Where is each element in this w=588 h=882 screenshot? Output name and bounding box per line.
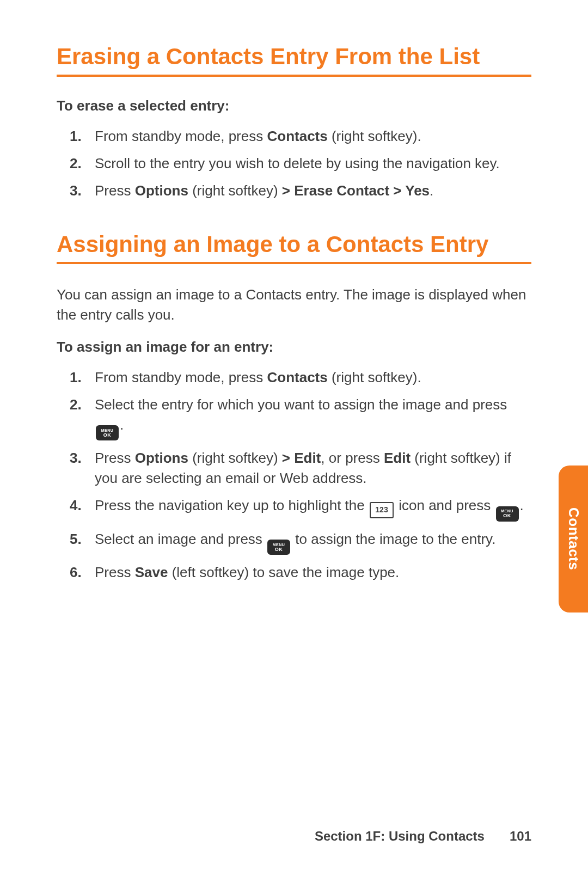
step-bold: Save bbox=[135, 564, 168, 580]
side-tab-contacts: Contacts bbox=[559, 465, 588, 612]
list-item: 2. Scroll to the entry you wish to delet… bbox=[95, 154, 531, 173]
heading-erasing: Erasing a Contacts Entry From the List bbox=[57, 42, 531, 77]
menu-ok-icon: MENUOK bbox=[96, 425, 119, 440]
step-bold: Edit bbox=[384, 450, 411, 466]
list-item: 1. From standby mode, press Contacts (ri… bbox=[95, 126, 531, 146]
list-item: 2. Select the entry for which you want t… bbox=[95, 395, 531, 440]
step-text: (right softkey). bbox=[328, 369, 421, 385]
step-text: , or press bbox=[321, 450, 384, 466]
step-number: 3. bbox=[70, 181, 82, 200]
step-bold: > Erase Contact > Yes bbox=[282, 182, 430, 199]
step-text: From standby mode, press bbox=[95, 369, 267, 385]
page-footer: Section 1F: Using Contacts101 bbox=[315, 829, 531, 844]
step-text: Press bbox=[95, 450, 135, 466]
step-text: From standby mode, press bbox=[95, 128, 267, 144]
list-item: 6. Press Save (left softkey) to save the… bbox=[95, 562, 531, 582]
step-number: 1. bbox=[70, 126, 82, 146]
step-bold: Options bbox=[135, 182, 188, 199]
step-bold: Contacts bbox=[267, 128, 327, 144]
step-text: . bbox=[120, 416, 124, 433]
step-bold: > Edit bbox=[282, 450, 321, 466]
step-text: Select the entry for which you want to a… bbox=[95, 396, 507, 413]
subhead-assign: To assign an image for an entry: bbox=[57, 339, 531, 356]
step-number: 2. bbox=[70, 395, 82, 414]
number-123-icon: 123 bbox=[370, 502, 394, 518]
subhead-erase: To erase a selected entry: bbox=[57, 97, 531, 114]
side-tab-label: Contacts bbox=[565, 507, 582, 570]
step-bold: Contacts bbox=[267, 369, 327, 385]
step-text: (right softkey) bbox=[188, 450, 282, 466]
step-text: (left softkey) to save the image type. bbox=[168, 564, 399, 580]
step-text: (right softkey). bbox=[328, 128, 421, 144]
list-item: 4. Press the navigation key up to highli… bbox=[95, 495, 531, 522]
step-number: 4. bbox=[70, 495, 82, 515]
menu-ok-icon: MENUOK bbox=[267, 540, 290, 555]
footer-page-number: 101 bbox=[510, 829, 531, 843]
step-text: Scroll to the entry you wish to delete b… bbox=[95, 155, 500, 171]
step-text: icon and press bbox=[395, 497, 495, 513]
step-text: Press bbox=[95, 182, 135, 199]
menu-ok-icon: MENUOK bbox=[496, 506, 519, 522]
list-item: 5. Select an image and press MENUOK to a… bbox=[95, 529, 531, 555]
list-item: 3. Press Options (right softkey) > Edit,… bbox=[95, 448, 531, 488]
list-item: 1. From standby mode, press Contacts (ri… bbox=[95, 367, 531, 387]
footer-section: Section 1F: Using Contacts bbox=[315, 829, 485, 843]
step-number: 5. bbox=[70, 529, 82, 549]
list-item: 3. Press Options (right softkey) > Erase… bbox=[95, 181, 531, 200]
document-page: Erasing a Contacts Entry From the List T… bbox=[0, 0, 588, 882]
steps-erase: 1. From standby mode, press Contacts (ri… bbox=[57, 126, 531, 201]
heading-assigning: Assigning an Image to a Contacts Entry bbox=[57, 230, 531, 265]
step-text: to assign the image to the entry. bbox=[291, 531, 495, 547]
step-number: 3. bbox=[70, 448, 82, 468]
step-number: 1. bbox=[70, 367, 82, 387]
steps-assign: 1. From standby mode, press Contacts (ri… bbox=[57, 367, 531, 582]
step-bold: Options bbox=[135, 450, 188, 466]
step-text: . bbox=[430, 182, 433, 199]
intro-paragraph: You can assign an image to a Contacts en… bbox=[57, 285, 531, 324]
step-text: Select an image and press bbox=[95, 531, 266, 547]
step-text: Press the navigation key up to highlight… bbox=[95, 497, 369, 513]
step-number: 2. bbox=[70, 154, 82, 173]
step-text: . bbox=[520, 497, 524, 513]
step-number: 6. bbox=[70, 562, 82, 582]
step-text: (right softkey) bbox=[188, 182, 282, 199]
step-text: Press bbox=[95, 564, 135, 580]
